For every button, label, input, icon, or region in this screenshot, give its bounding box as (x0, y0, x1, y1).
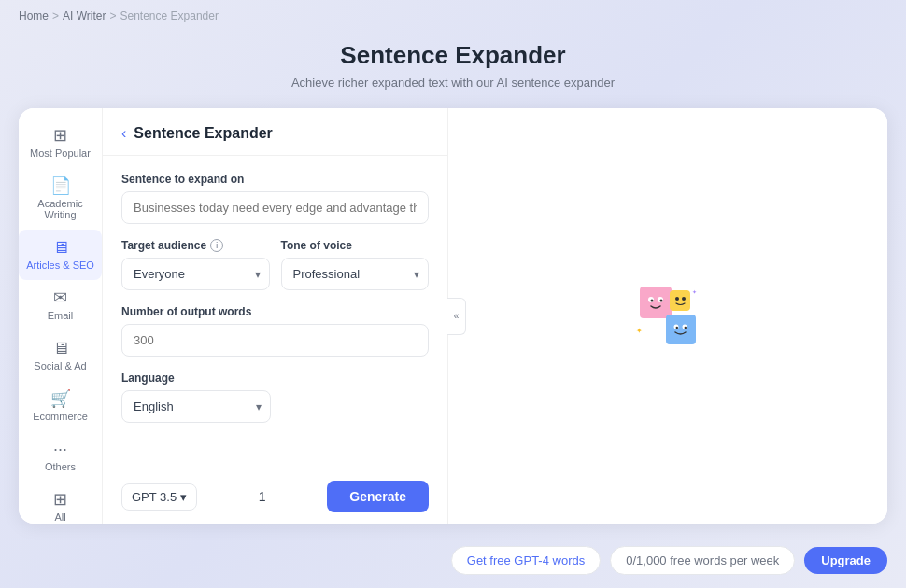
sentence-label: Sentence to expand on (121, 173, 429, 186)
tone-field-group: Tone of voice Professional Casual Formal… (281, 239, 430, 290)
generate-button[interactable]: Generate (327, 481, 429, 512)
language-label: Language (121, 371, 429, 385)
target-audience-select[interactable]: Everyone Professionals Students Marketer… (121, 258, 270, 290)
panel-footer: GPT 3.5 ▾ 1 Generate (103, 469, 447, 524)
page-subtitle: Achieve richer expanded text with our AI… (0, 76, 906, 90)
page-title: Sentence Expander (0, 41, 906, 70)
target-audience-select-wrapper: Everyone Professionals Students Marketer… (121, 258, 270, 290)
right-panel: « (448, 108, 887, 524)
panel-body: Sentence to expand on Target audience i … (103, 156, 447, 469)
output-words-input[interactable] (121, 324, 429, 357)
count-display: 1 (253, 489, 272, 504)
sidebar-label-ecommerce: Ecommerce (33, 411, 88, 422)
collapse-button[interactable]: « (447, 298, 466, 335)
target-audience-info-icon[interactable]: i (210, 239, 223, 252)
svg-point-4 (660, 299, 663, 301)
breadcrumb-sep2: > (109, 9, 116, 22)
gpt-chevron-icon: ▾ (180, 490, 187, 504)
svg-text:✦: ✦ (636, 327, 643, 335)
sidebar-label-most-popular: Most Popular (30, 147, 91, 159)
gpt-label: GPT 3.5 (132, 490, 177, 504)
upgrade-button[interactable]: Upgrade (804, 547, 887, 574)
email-icon: ✉ (53, 289, 67, 306)
free-words-badge: 0/1,000 free words per week (610, 546, 795, 575)
language-select[interactable]: English Spanish French German (121, 390, 271, 423)
audience-tone-row: Target audience i Everyone Professionals… (121, 239, 429, 290)
content-panel: ‹ Sentence Expander Sentence to expand o… (103, 108, 448, 524)
sidebar-item-articles-seo[interactable]: 🖥 Articles & SEO (19, 230, 102, 280)
sentence-input[interactable] (121, 191, 429, 224)
all-icon: ⊞ (53, 491, 67, 508)
mascot-illustration: ✦ ✦ (630, 279, 705, 354)
sentence-field-group: Sentence to expand on (121, 173, 429, 224)
breadcrumb-current: Sentence Expander (120, 9, 219, 22)
svg-rect-10 (670, 290, 690, 311)
output-words-field-group: Number of output words (121, 305, 429, 357)
sidebar-item-all[interactable]: ⊞ All (19, 482, 102, 524)
sidebar-label-email: Email (48, 310, 74, 321)
sidebar-label-social-ad: Social & Ad (34, 360, 86, 371)
grid-icon: ⊞ (53, 127, 67, 144)
svg-point-3 (651, 299, 654, 301)
main-container: ⊞ Most Popular 📄 Academic Writing 🖥 Arti… (19, 108, 887, 524)
gpt-selector-button[interactable]: GPT 3.5 ▾ (121, 483, 197, 511)
sidebar-label-academic-writing: Academic Writing (24, 198, 96, 220)
language-field-group: Language English Spanish French German (121, 371, 429, 423)
sidebar-label-others: Others (45, 461, 76, 472)
output-words-label: Number of output words (121, 305, 429, 318)
sidebar-item-ecommerce[interactable]: 🛒 Ecommerce (19, 381, 102, 431)
tone-select-wrapper: Professional Casual Formal Friendly (281, 258, 430, 290)
cart-icon: 🛒 (50, 390, 71, 407)
svg-point-9 (685, 326, 687, 328)
svg-rect-0 (640, 287, 672, 318)
count-control: 1 (253, 489, 272, 504)
bottom-bar: Get free GPT-4 words 0/1,000 free words … (451, 546, 887, 575)
back-button[interactable]: ‹ (121, 125, 126, 142)
svg-point-11 (675, 297, 679, 301)
svg-rect-5 (666, 315, 696, 344)
svg-text:✦: ✦ (692, 289, 697, 295)
sidebar-item-email[interactable]: ✉ Email (19, 280, 102, 330)
breadcrumb-ai-writer[interactable]: AI Writer (63, 9, 106, 22)
target-audience-field-group: Target audience i Everyone Professionals… (121, 239, 270, 290)
more-icon: ··· (53, 441, 67, 457)
sidebar-item-academic-writing[interactable]: 📄 Academic Writing (19, 168, 102, 230)
sidebar-item-most-popular[interactable]: ⊞ Most Popular (19, 118, 102, 168)
svg-point-8 (676, 326, 678, 328)
social-icon: 🖥 (52, 340, 69, 357)
document-icon: 📄 (50, 177, 71, 194)
target-audience-label: Target audience i (121, 239, 270, 252)
panel-title: Sentence Expander (134, 125, 273, 142)
breadcrumb: Home > AI Writer > Sentence Expander (0, 0, 906, 32)
sidebar-item-others[interactable]: ··· Others (19, 431, 102, 482)
monitor-icon: 🖥 (52, 239, 69, 256)
tone-label: Tone of voice (281, 239, 430, 252)
breadcrumb-home[interactable]: Home (19, 9, 49, 22)
page-header: Sentence Expander Achieve richer expande… (0, 32, 906, 108)
sidebar-item-social-ad[interactable]: 🖥 Social & Ad (19, 330, 102, 381)
sidebar-label-all: All (54, 511, 65, 523)
breadcrumb-sep1: > (52, 9, 59, 22)
sidebar-label-articles-seo: Articles & SEO (26, 259, 94, 271)
sidebar: ⊞ Most Popular 📄 Academic Writing 🖥 Arti… (19, 108, 103, 524)
panel-header: ‹ Sentence Expander (103, 108, 447, 156)
free-gpt4-button[interactable]: Get free GPT-4 words (451, 546, 601, 575)
language-select-wrapper: English Spanish French German (121, 390, 271, 423)
svg-point-12 (682, 297, 686, 301)
tone-select[interactable]: Professional Casual Formal Friendly (281, 258, 430, 290)
